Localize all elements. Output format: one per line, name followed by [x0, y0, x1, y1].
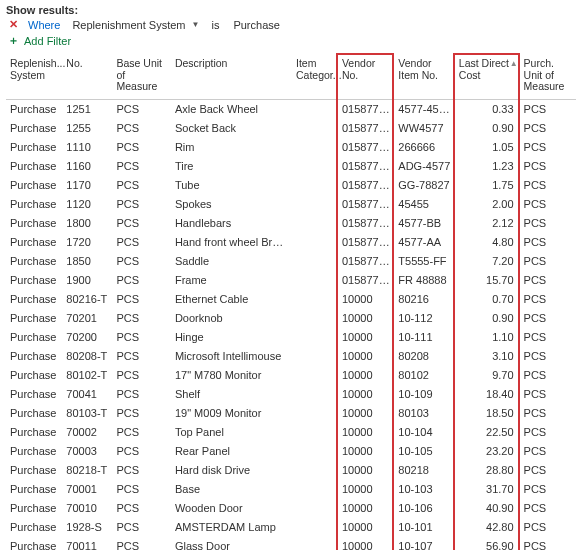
cell-vendor-no: 01587796 [338, 137, 394, 156]
cell-last-direct-cost: 1.05 [455, 137, 520, 156]
cell-replenishment-system: Purchase [6, 289, 62, 308]
cell-description: Rear Panel [171, 441, 292, 460]
table-row[interactable]: Purchase1110PCSRim015877962666661.05PCS [6, 137, 576, 156]
col-description[interactable]: Description [171, 54, 292, 99]
cell-vendor-item-no: T5555-FF [394, 251, 455, 270]
cell-purch-unit: PCS [520, 137, 576, 156]
cell-no: 1800 [62, 213, 112, 232]
table-row[interactable]: Purchase1850PCSSaddle01587796T5555-FF7.2… [6, 251, 576, 270]
col-item-category[interactable]: Item Categor... [292, 54, 338, 99]
cell-purch-unit: PCS [520, 270, 576, 289]
cell-purch-unit: PCS [520, 289, 576, 308]
cell-vendor-no: 01587796 [338, 232, 394, 251]
table-row[interactable]: Purchase80102-TPCS17" M780 Monitor100008… [6, 365, 576, 384]
cell-base-unit: PCS [112, 213, 170, 232]
cell-vendor-no: 01587796 [338, 156, 394, 175]
sort-asc-icon: ▲ [510, 60, 518, 69]
table-row[interactable]: Purchase80216-TPCSEthernet Cable10000802… [6, 289, 576, 308]
cell-last-direct-cost: 0.90 [455, 118, 520, 137]
cell-no: 80218-T [62, 460, 112, 479]
table-row[interactable]: Purchase1120PCSSpokes01587796454552.00PC… [6, 194, 576, 213]
cell-vendor-item-no: 10-106 [394, 498, 455, 517]
cell-purch-unit: PCS [520, 479, 576, 498]
table-row[interactable]: Purchase1928-SPCSAMSTERDAM Lamp1000010-1… [6, 517, 576, 536]
cell-replenishment-system: Purchase [6, 232, 62, 251]
table-row[interactable]: Purchase1170PCSTube01587796GG-788271.75P… [6, 175, 576, 194]
cell-vendor-no: 10000 [338, 365, 394, 384]
cell-vendor-no: 10000 [338, 479, 394, 498]
table-row[interactable]: Purchase70041PCSShelf1000010-10918.40PCS [6, 384, 576, 403]
col-no[interactable]: No. [62, 54, 112, 99]
cell-description: Saddle [171, 251, 292, 270]
cell-last-direct-cost: 56.90 [455, 536, 520, 550]
table-row[interactable]: Purchase1720PCSHand front wheel Brake015… [6, 232, 576, 251]
table-row[interactable]: Purchase1900PCSFrame01587796FR 4888815.7… [6, 270, 576, 289]
cell-item-category [292, 156, 338, 175]
table-row[interactable]: Purchase1800PCSHandlebars015877964577-BB… [6, 213, 576, 232]
cell-purch-unit: PCS [520, 175, 576, 194]
results-table: Replenish... System No. Base Unit of Mea… [6, 54, 576, 550]
cell-item-category [292, 213, 338, 232]
cell-purch-unit: PCS [520, 517, 576, 536]
cell-base-unit: PCS [112, 175, 170, 194]
cell-replenishment-system: Purchase [6, 213, 62, 232]
cell-purch-unit: PCS [520, 384, 576, 403]
table-row[interactable]: Purchase1251PCSAxle Back Wheel0158779645… [6, 99, 576, 118]
cell-last-direct-cost: 0.33 [455, 99, 520, 118]
table-row[interactable]: Purchase70002PCSTop Panel1000010-10422.5… [6, 422, 576, 441]
cell-item-category [292, 289, 338, 308]
table-row[interactable]: Purchase70001PCSBase1000010-10331.70PCS [6, 479, 576, 498]
cell-vendor-no: 10000 [338, 327, 394, 346]
cell-no: 1170 [62, 175, 112, 194]
cell-vendor-no: 10000 [338, 346, 394, 365]
cell-base-unit: PCS [112, 517, 170, 536]
filter-field-dropdown[interactable]: Replenishment System ▼ [70, 19, 199, 31]
cell-vendor-item-no: 10-107 [394, 536, 455, 550]
table-row[interactable]: Purchase70003PCSRear Panel1000010-10523.… [6, 441, 576, 460]
cell-no: 70003 [62, 441, 112, 460]
table-row[interactable]: Purchase80103-TPCS19" M009 Monitor100008… [6, 403, 576, 422]
cell-replenishment-system: Purchase [6, 460, 62, 479]
table-row[interactable]: Purchase70010PCSWooden Door1000010-10640… [6, 498, 576, 517]
col-replenishment-system[interactable]: Replenish... System [6, 54, 62, 99]
table-row[interactable]: Purchase70201PCSDoorknob1000010-1120.90P… [6, 308, 576, 327]
table-row[interactable]: Purchase80218-TPCSHard disk Drive1000080… [6, 460, 576, 479]
cell-item-category [292, 460, 338, 479]
cell-vendor-no: 01587796 [338, 194, 394, 213]
cell-description: Hinge [171, 327, 292, 346]
table-row[interactable]: Purchase70011PCSGlass Door1000010-10756.… [6, 536, 576, 550]
filter-value[interactable]: Purchase [231, 19, 281, 31]
cell-vendor-no: 10000 [338, 422, 394, 441]
col-vendor-item-no[interactable]: Vendor Item No. [394, 54, 455, 99]
cell-purch-unit: PCS [520, 498, 576, 517]
cell-purch-unit: PCS [520, 156, 576, 175]
cell-last-direct-cost: 18.50 [455, 403, 520, 422]
cell-item-category [292, 441, 338, 460]
cell-no: 80102-T [62, 365, 112, 384]
cell-base-unit: PCS [112, 137, 170, 156]
table-row[interactable]: Purchase80208-TPCSMicrosoft Intellimouse… [6, 346, 576, 365]
remove-filter-icon[interactable]: ✕ [8, 18, 18, 31]
cell-no: 70001 [62, 479, 112, 498]
table-row[interactable]: Purchase70200PCSHinge1000010-1111.10PCS [6, 327, 576, 346]
cell-description: 19" M009 Monitor [171, 403, 292, 422]
add-filter-button[interactable]: ＋ Add Filter [8, 33, 576, 48]
cell-purch-unit: PCS [520, 536, 576, 550]
cell-no: 80103-T [62, 403, 112, 422]
cell-item-category [292, 346, 338, 365]
cell-base-unit: PCS [112, 327, 170, 346]
col-purch-unit-measure[interactable]: Purch. Unit of Measure [520, 54, 576, 99]
col-vendor-no[interactable]: Vendor No. [338, 54, 394, 99]
cell-last-direct-cost: 1.75 [455, 175, 520, 194]
cell-vendor-item-no: ADG-4577 [394, 156, 455, 175]
cell-description: Wooden Door [171, 498, 292, 517]
cell-vendor-item-no: 4577-AA [394, 232, 455, 251]
col-base-unit-measure[interactable]: Base Unit of Measure [112, 54, 170, 99]
cell-last-direct-cost: 1.23 [455, 156, 520, 175]
col-last-direct-cost[interactable]: Last Direct Cost▲ [455, 54, 520, 99]
cell-description: Top Panel [171, 422, 292, 441]
cell-purch-unit: PCS [520, 460, 576, 479]
cell-item-category [292, 365, 338, 384]
table-row[interactable]: Purchase1160PCSTire01587796ADG-45771.23P… [6, 156, 576, 175]
table-row[interactable]: Purchase1255PCSSocket Back01587796WW4577… [6, 118, 576, 137]
